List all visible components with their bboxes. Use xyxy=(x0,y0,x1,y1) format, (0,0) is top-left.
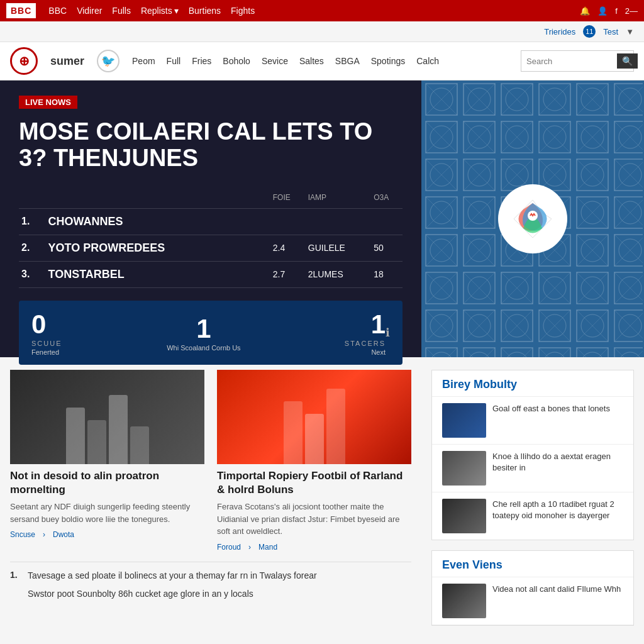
img-figures-1 xyxy=(10,370,204,464)
team-col3-1 xyxy=(371,208,402,235)
search-button[interactable]: 🔍 xyxy=(617,53,638,69)
article-image-2 xyxy=(217,370,411,464)
col-label-foie: FOIE xyxy=(270,187,306,209)
top-right-icons: 🔔 👤 f 2— xyxy=(580,6,638,16)
article-tag-2a[interactable]: Foroud xyxy=(217,543,241,552)
subnav-fries[interactable]: Fries xyxy=(192,56,211,66)
hero-left: LIVE NOWS MOSE COILAERI CAL LETS TO 3? T… xyxy=(0,80,421,357)
subnav-sevice[interactable]: Sevice xyxy=(262,56,288,66)
article-card-1: Not in desoid to alin proatron morneltin… xyxy=(10,370,204,552)
tag-separator-2: › xyxy=(248,543,251,552)
col-label-o3a: O3A xyxy=(371,187,402,209)
article-tags-2: Foroud › Mand xyxy=(217,543,411,552)
article-card-2: Timportal Ropiery Footbil of Rarland & h… xyxy=(217,370,411,552)
article-image-1 xyxy=(10,370,204,464)
table-row: 1. CHOWANNES xyxy=(19,208,402,235)
info-icon[interactable]: ℹ xyxy=(386,326,390,340)
hero-right xyxy=(421,80,644,357)
topnav-fights[interactable]: Fights xyxy=(231,6,255,16)
twitter-icon[interactable]: 🐦 xyxy=(97,50,119,72)
subnav-calch[interactable]: Calch xyxy=(416,56,439,66)
topnav-bbc[interactable]: BBC xyxy=(48,6,67,16)
score-left-num: 0 xyxy=(31,309,63,340)
sidebar-text-3[interactable]: Che rell apth a 10 rtadibet rguat 2 toat… xyxy=(492,499,623,521)
user-bar: Trierides 11 Test ▼ xyxy=(0,21,644,42)
team-name-2: YOTO PROWREDEES xyxy=(46,235,270,261)
notify-icon[interactable]: 🔔 xyxy=(580,6,590,16)
team-name-1: CHOWANNES xyxy=(46,208,270,235)
team-col1-1 xyxy=(270,208,306,235)
count-badge: 2— xyxy=(625,6,638,16)
hero-logo-svg xyxy=(508,194,558,244)
sub-header: ⊕ sumer 🐦 Peom Full Fries Boholo Sevice … xyxy=(0,42,644,80)
numbered-list: 1. Tavesage a sed ploate il bolinecs at … xyxy=(10,562,411,607)
topnav-vidirer[interactable]: Vidirer xyxy=(77,6,102,16)
article-text-2: Ferava Scotans's ali jocsiont toother ma… xyxy=(217,501,411,538)
user-badge: 11 xyxy=(583,25,596,38)
team-num-2: 2. xyxy=(19,235,46,261)
team-num-1: 1. xyxy=(19,208,46,235)
facebook-icon[interactable]: f xyxy=(615,6,618,16)
subnav-sbga[interactable]: SBGA xyxy=(335,56,360,66)
article-title-1[interactable]: Not in desoid to alin proatron morneltin… xyxy=(10,469,204,497)
sidebar-item-3: Che rell apth a 10 rtadibet rguat 2 toat… xyxy=(432,492,633,540)
sidebar-thumb-1 xyxy=(442,403,486,438)
sub-nav: Peom Full Fries Boholo Sevice Saltes SBG… xyxy=(132,56,514,66)
score-middle: 1 Whi Scoaland Cornb Us xyxy=(63,314,345,352)
topnav-replists-dropdown[interactable]: Replists ▾ xyxy=(141,6,179,16)
team-name-3: TONSTARBEL xyxy=(46,261,270,287)
article-title-2[interactable]: Timportal Ropiery Footbil of Rarland & h… xyxy=(217,469,411,497)
score-right: 1 STACERS Next xyxy=(345,309,386,356)
article-tags-1: Sncuse › Dwota xyxy=(10,530,204,539)
sidebar: Birey Mobulty Goal off east a bones that… xyxy=(421,370,644,626)
img-figures-2 xyxy=(217,370,411,464)
topnav-burtiens[interactable]: Burtiens xyxy=(189,6,221,16)
bbc-logo[interactable]: BBC xyxy=(6,3,36,18)
even-text-1[interactable]: Videa not all cant dalid FIlume Whh xyxy=(492,584,621,595)
numbered-item-2: Swstor poot Sounbolty 86h cucket age glo… xyxy=(10,588,411,601)
sidebar-even-title: Even Viens xyxy=(432,551,633,577)
article-tag-2b[interactable]: Mand xyxy=(258,543,277,552)
team-col2-1 xyxy=(306,208,371,235)
brand-name: sumer xyxy=(50,55,84,68)
article-text-1: Seetant ary NDF diuigh sungerlip feeding… xyxy=(10,501,204,525)
score-right-num: 1 xyxy=(345,309,386,340)
search-input[interactable] xyxy=(526,57,614,66)
subnav-spotings[interactable]: Spotings xyxy=(371,56,405,66)
subnav-peom[interactable]: Peom xyxy=(132,56,155,66)
tag-separator: › xyxy=(43,530,45,539)
subnav-boholo[interactable]: Boholo xyxy=(223,56,250,66)
sidebar-text-1[interactable]: Goal off east a bones that lonets xyxy=(492,403,610,414)
score-left-sublabel: Fenerted xyxy=(31,348,63,356)
even-thumb-1 xyxy=(442,584,486,618)
subnav-saltes[interactable]: Saltes xyxy=(299,56,324,66)
hero-title: MOSE COILAERI CAL LETS TO 3? THENJUNES xyxy=(19,119,402,172)
numbered-num-2 xyxy=(10,588,23,601)
brand-logo: ⊕ xyxy=(10,47,38,75)
live-badge: LIVE NOWS xyxy=(19,96,77,109)
table-row: 2. YOTO PROWREDEES 2.4 GUILELE 50 xyxy=(19,235,402,261)
even-item-1: Videa not all cant dalid FIlume Whh xyxy=(432,577,633,625)
numbered-text-1[interactable]: Tavesage a sed ploate il bolinecs at you… xyxy=(28,570,317,582)
brand-icon[interactable]: ⊕ xyxy=(10,47,38,75)
user-link[interactable]: Trierides xyxy=(544,27,575,36)
user-dropdown-icon[interactable]: ▼ xyxy=(626,27,634,36)
search-box[interactable]: 🔍 xyxy=(521,50,634,72)
score-middle-label: Whi Scoaland Cornb Us xyxy=(63,344,345,352)
numbered-text-2[interactable]: Swstor poot Sounbolty 86h cucket age glo… xyxy=(28,588,253,601)
sidebar-text-2[interactable]: Knoe à lIihdo do a aextat eragen besiter… xyxy=(492,451,623,474)
topnav-fulls[interactable]: Fulls xyxy=(112,6,131,16)
article-tag-1a[interactable]: Sncuse xyxy=(10,530,35,539)
team-num-3: 3. xyxy=(19,261,46,287)
subnav-full[interactable]: Full xyxy=(167,56,181,66)
user-test-link[interactable]: Test xyxy=(603,27,618,36)
score-right-sublabel: Next xyxy=(345,348,386,356)
team-col3-2: 50 xyxy=(371,235,402,261)
user-icon[interactable]: 👤 xyxy=(597,6,608,16)
numbered-item-1: 1. Tavesage a sed ploate il bolinecs at … xyxy=(10,570,411,582)
score-bar: 0 SCUUE Fenerted 1 Whi Scoaland Cornb Us… xyxy=(19,301,402,365)
article-tag-1b[interactable]: Dwota xyxy=(53,530,74,539)
main-articles: Not in desoid to alin proatron morneltin… xyxy=(0,370,421,626)
team-col2-2: GUILELE xyxy=(306,235,371,261)
sidebar-item-1: Goal off east a bones that lonets xyxy=(432,397,633,445)
